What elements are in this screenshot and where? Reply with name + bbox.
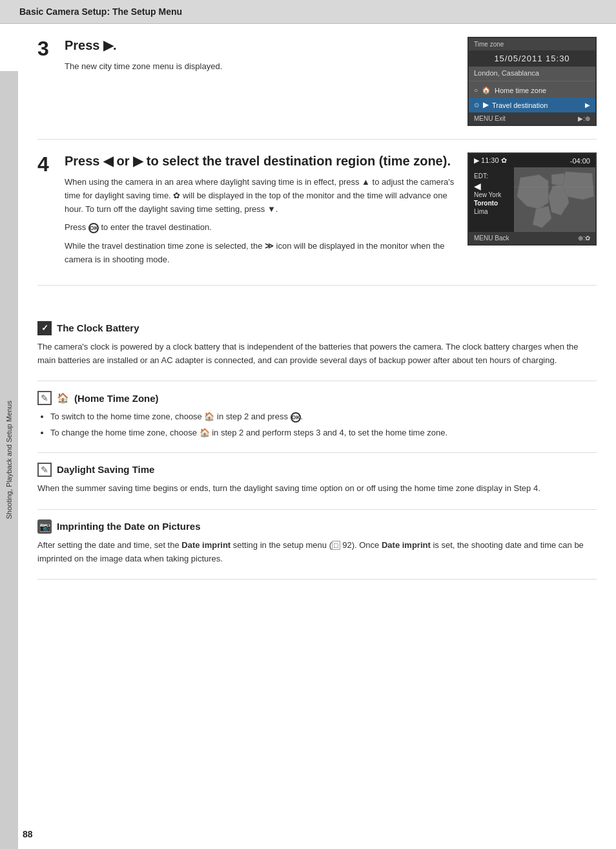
step-3-screen: Time zone 15/05/2011 15:30 London, Casab…: [467, 37, 597, 126]
note-home-header: ✎ 🏠 (Home Time Zone): [37, 391, 597, 405]
note-daylight-title: Daylight Saving Time: [57, 464, 154, 475]
note-home-title: (Home Time Zone): [74, 393, 159, 404]
tz-footer-right: ▶:⊕: [578, 115, 590, 122]
up-arrow-icon: ▲: [362, 177, 370, 187]
note-home-bullet1: To switch to the home time zone, choose …: [50, 410, 597, 424]
page-number: 88: [23, 829, 33, 839]
tz-home-icon: 🏠: [482, 86, 491, 94]
tz-screen-city: London, Casablanca: [469, 67, 595, 79]
step-4-para1: When using the camera in an area where d…: [65, 176, 455, 216]
map-cities-panel: EDT: ◀ New York Toronto Lima: [469, 167, 514, 232]
arrow-left-icon: ◀: [103, 154, 113, 168]
time-zone-screen: Time zone 15/05/2011 15:30 London, Casab…: [467, 37, 597, 126]
sun-icon: ✿: [173, 191, 180, 200]
note-home-bullet2: To change the home time zone, choose 🏠 i…: [50, 426, 597, 440]
map-footer-right: ⊕:✿: [578, 235, 590, 242]
step-3-arrow-right-icon: ▶: [103, 38, 113, 52]
imprint-prefix: After setting the date and time, set the: [37, 540, 181, 550]
tz-home-label: Home time zone: [495, 87, 546, 94]
step-4-section: 4 Press ◀ or ▶ to select the travel dest…: [37, 140, 597, 286]
down-arrow-icon: ▼: [267, 204, 276, 214]
home-icon-b1: 🏠: [204, 412, 214, 421]
step-4-para2: Press OK to enter the travel destination…: [65, 221, 455, 235]
note-imprint-header: 📷 Imprinting the Date on Pictures: [37, 519, 597, 534]
tz-radio-home: ○: [474, 87, 478, 94]
tz-option-home: ○ 🏠 Home time zone: [469, 83, 595, 98]
note-clock-header: ✓ The Clock Battery: [37, 321, 597, 335]
page-header: Basic Camera Setup: The Setup Menu: [0, 0, 616, 24]
arrow-right-icon2: ▶: [133, 154, 143, 168]
step-4-number: 4: [37, 152, 57, 272]
home-icon-title: 🏠: [57, 392, 69, 404]
imprint-ref: □: [332, 541, 340, 550]
step-3-number: 3: [37, 37, 57, 79]
note-imprint-body: After setting the date and time, set the…: [37, 539, 597, 566]
ok-button-icon: OK: [88, 223, 99, 233]
step-3-title: Press ▶.: [65, 37, 455, 54]
header-title: Basic Camera Setup: The Setup Menu: [19, 6, 182, 17]
travel-mode-icon: ≫: [265, 241, 274, 251]
imprint-mid2: ). Once: [352, 540, 382, 550]
sidebar-label: Shooting, Playback and Setup Menus: [0, 71, 18, 849]
map-arrow-indicator: ◀: [474, 181, 481, 191]
map-city1: New York: [474, 191, 509, 198]
map-city3: Lima: [474, 208, 509, 215]
map-screen: ▶ 11:30 ✿ -04:00 EDT: ◀ New York Toronto…: [467, 152, 597, 246]
imprint-bold2: Date imprint: [382, 540, 431, 550]
step-3-body: The new city time zone menu is displayed…: [65, 60, 455, 74]
tz-travel-arrow: ▶: [585, 101, 590, 109]
imprint-bold1: Date imprint: [181, 540, 231, 550]
tz-screen-divider: [469, 81, 595, 81]
pencil-icon-daylight: ✎: [37, 463, 52, 477]
map-visual-area: [514, 167, 595, 232]
map-header-left: ▶ 11:30 ✿: [474, 156, 507, 165]
tz-screen-datetime: 15/05/2011 15:30: [469, 50, 595, 67]
step-3-content: Press ▶. The new city time zone menu is …: [65, 37, 455, 79]
note-clock-text: The camera's clock is powered by a clock…: [37, 341, 597, 368]
note-clock-section: ✓ The Clock Battery The camera's clock i…: [37, 311, 597, 382]
step-4-body: When using the camera in an area where d…: [65, 176, 455, 267]
note-daylight-body: When the summer saving time begins or en…: [37, 482, 597, 496]
tz-travel-label: Travel destination: [492, 101, 548, 109]
note-daylight-header: ✎ Daylight Saving Time: [37, 463, 597, 477]
step-4-title: Press ◀ or ▶ to select the travel destin…: [65, 152, 455, 169]
note-home-list: To switch to the home time zone, choose …: [50, 410, 597, 440]
map-body: EDT: ◀ New York Toronto Lima: [469, 167, 595, 232]
map-footer-left: MENU Back: [474, 235, 509, 242]
imprint-mid1: setting in the setup menu (: [231, 540, 332, 550]
map-region-label: EDT:: [474, 173, 509, 180]
note-daylight-text: When the summer saving time begins or en…: [37, 482, 597, 496]
note-imprint-text: After setting the date and time, set the…: [37, 539, 597, 566]
note-clock-title: The Clock Battery: [57, 322, 139, 333]
tz-screen-footer: MENU Exit ▶:⊕: [469, 112, 595, 125]
sidebar-text: Shooting, Playback and Setup Menus: [5, 401, 13, 519]
note-home-body: To switch to the home time zone, choose …: [37, 410, 597, 440]
step-4-content: Press ◀ or ▶ to select the travel destin…: [65, 152, 455, 272]
note-home-section: ✎ 🏠 (Home Time Zone) To switch to the ho…: [37, 381, 597, 453]
note-daylight-section: ✎ Daylight Saving Time When the summer s…: [37, 453, 597, 510]
spacer: [37, 286, 597, 311]
step-3-section: 3 Press ▶. The new city time zone menu i…: [37, 24, 597, 140]
step-4-para3: While the travel destination time zone i…: [65, 240, 455, 267]
map-city2: Toronto: [474, 200, 509, 207]
step-3-title-press: Press: [65, 38, 100, 52]
clock-battery-icon: ✓: [37, 321, 52, 335]
map-screen-header: ▶ 11:30 ✿ -04:00: [469, 154, 595, 167]
step-3-body-text: The new city time zone menu is displayed…: [65, 60, 455, 74]
map-screen-footer: MENU Back ⊕:✿: [469, 232, 595, 244]
pencil-icon-home: ✎: [37, 391, 52, 405]
map-header-right: -04:00: [570, 157, 590, 165]
tz-footer-left: MENU Exit: [474, 115, 506, 122]
step-4-screen: ▶ 11:30 ✿ -04:00 EDT: ◀ New York Toronto…: [467, 152, 597, 246]
tz-travel-icon: ▶: [483, 101, 488, 109]
note-imprint-title: Imprinting the Date on Pictures: [57, 521, 201, 532]
ok-icon-b1: OK: [291, 412, 301, 423]
tz-radio-travel: ⊙: [474, 101, 479, 109]
home-icon-b2: 🏠: [200, 428, 210, 437]
note-imprint-section: 📷 Imprinting the Date on Pictures After …: [37, 510, 597, 580]
tz-option-travel: ⊙ ▶ Travel destination ▶: [469, 98, 595, 112]
tz-screen-header: Time zone: [469, 38, 595, 50]
camera-icon-imprint: 📷: [37, 519, 52, 534]
world-map-svg: [514, 167, 595, 232]
note-clock-body: The camera's clock is powered by a clock…: [37, 341, 597, 368]
